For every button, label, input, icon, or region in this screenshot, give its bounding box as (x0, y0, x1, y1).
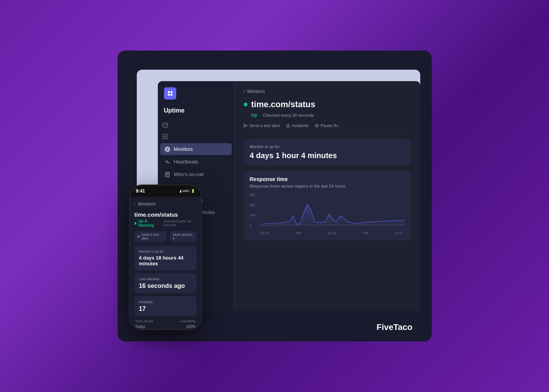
svg-rect-0 (168, 91, 170, 93)
chart-x-label-1100: 11:00 (328, 231, 336, 235)
phone-status-text: Up & Running (138, 219, 159, 227)
phone-mockup: 9:41 ▮▮▮ WiFi 🔋 ‹ Monitors time.com/stat… (129, 185, 202, 330)
phone-uptime-value: 4 days 18 hours 44 minutes (139, 255, 192, 266)
phone-uptime-card: Monitor is up for 4 days 18 hours 44 min… (134, 246, 197, 270)
sidebar-item-heartbeats[interactable]: Heartbeats (160, 156, 232, 168)
svg-rect-4 (163, 123, 167, 127)
phone-incidents-value: 17 (139, 305, 192, 312)
svg-point-10 (166, 148, 169, 150)
response-title: Response time (250, 176, 405, 182)
response-subtitle: Response times across regions in the las… (250, 184, 405, 188)
sidebar-whosoncall-label: Who's on-call (174, 172, 204, 177)
status-row: Up · Checked every 30 seconds (244, 113, 411, 118)
battery-icon: 🔋 (191, 189, 195, 193)
brand-logo: FiveTaco (377, 322, 413, 332)
breadcrumb-back-icon: ‹ (244, 89, 245, 94)
phone-lastchecked-label: Last checked (139, 277, 192, 281)
phone-lastchecked-value: 16 seconds ago (139, 283, 192, 289)
phone-lastchecked-card: Last checked 16 seconds ago (134, 273, 197, 293)
chart-y-label-10k: 10k (250, 213, 256, 217)
phone-row-period: Today (135, 325, 146, 329)
phone-send-test-alert-button[interactable]: Send a test alert (134, 231, 167, 242)
monitor-title-row: time.com/status (244, 100, 411, 109)
phone-status-dot (134, 222, 137, 225)
phone-time: 9:41 (136, 188, 145, 194)
chart-y-labels: 30k 20k 10k 0 (250, 193, 256, 227)
chart-svg (261, 193, 405, 227)
main-panel: ‹ Monitors time.com/status Up · Checked … (234, 81, 420, 311)
sidebar-monitors-label: Monitors (174, 146, 193, 152)
pause-button[interactable]: Pause th... (315, 123, 341, 128)
phone-incidents-card: Incidents 17 (134, 296, 197, 316)
sidebar-heartbeats-label: Heartbeats (174, 159, 198, 165)
phone-monitor-title: time.com/status (134, 211, 197, 218)
phone-status-badge: Up & Running · Checked every 30 seconds (134, 219, 197, 227)
chart-y-label-0: 0 (250, 224, 256, 227)
up-badge: Up (251, 113, 257, 118)
phone-nav: ‹ Monitors (134, 201, 197, 207)
phone-incidents-label: Incidents (139, 300, 192, 304)
chart-x-labels: 08:00 PM 11:00 PM 02:0... (261, 231, 405, 235)
uptime-card: Monitor is up for 4 days 1 hour 4 minute… (244, 139, 411, 165)
phone-table-row: Today 100% (134, 323, 197, 329)
monitor-title: time.com/status (251, 100, 316, 109)
pause-button-label: Pause th... (321, 123, 341, 128)
sidebar-item-whosoncall[interactable]: Who's on-call (160, 168, 232, 180)
phone-col-period: Time period (135, 319, 153, 323)
phone-table-header: Time period Availability (134, 319, 197, 323)
phone-content: ‹ Monitors time.com/status Up & Running … (130, 197, 201, 329)
phone-uptime-label: Monitor is up for (139, 250, 192, 253)
uptime-card-label: Monitor is up for (250, 144, 405, 149)
chart-y-label-30k: 30k (250, 193, 256, 197)
send-test-alert-label: Send a test alert (249, 123, 280, 128)
send-test-alert-button[interactable]: Send a test alert (244, 123, 280, 128)
chart-x-label-0200: 02:0... (395, 231, 405, 235)
breadcrumb: ‹ Monitors (244, 89, 411, 94)
chart-y-label-20k: 20k (250, 203, 256, 207)
phone-send-test-alert-label: Send a test alert (141, 233, 164, 240)
sidebar-item-monitors[interactable]: Monitors (160, 143, 232, 155)
breadcrumb-label: Monitors (247, 89, 265, 94)
brand-name: FiveTaco (377, 322, 413, 332)
phone-nav-title: Monitors (138, 201, 156, 207)
chart-x-label-pm2: PM (363, 231, 369, 235)
outer-frame: Uptime (118, 51, 432, 341)
response-section: Response time Response times across regi… (244, 171, 411, 240)
svg-point-9 (165, 147, 170, 152)
chart-area (261, 193, 405, 227)
svg-rect-2 (168, 94, 170, 96)
sidebar-title: Uptime (158, 107, 234, 120)
phone-more-actions-button[interactable]: More actions ▾ (170, 231, 196, 242)
wifi-icon: WiFi (183, 189, 190, 193)
svg-rect-1 (170, 91, 172, 93)
chart-container: 30k 20k 10k 0 (250, 193, 405, 235)
incidents-button-label: Incidents (292, 123, 309, 128)
chart-x-label-0800: 08:00 (261, 231, 269, 235)
svg-rect-3 (170, 94, 172, 96)
phone-checked-text: Checked every 30 seconds (163, 219, 196, 227)
checked-text: Checked every 30 seconds (263, 113, 314, 118)
status-dot (244, 103, 247, 106)
chart-x-label-pm1: PM (296, 231, 301, 235)
uptime-card-value: 4 days 1 hour 4 minutes (250, 151, 405, 160)
svg-rect-11 (166, 172, 169, 177)
phone-col-availability: Availability (179, 319, 195, 323)
phone-back-arrow[interactable]: ‹ (134, 202, 136, 206)
incidents-button[interactable]: Incidents (286, 123, 309, 128)
status-separator: · (260, 113, 261, 118)
svg-point-24 (315, 124, 318, 127)
phone-row-availability: 100% (186, 325, 196, 329)
sidebar-icon-add[interactable] (158, 132, 234, 142)
phone-notch (150, 185, 181, 194)
sidebar-icon-monitors-toggle[interactable] (158, 120, 234, 130)
phone-action-row: Send a test alert More actions ▾ (134, 231, 197, 242)
sidebar-logo (164, 87, 176, 100)
action-row: Send a test alert Incidents (244, 123, 411, 133)
phone-more-actions-label: More actions ▾ (173, 233, 193, 240)
